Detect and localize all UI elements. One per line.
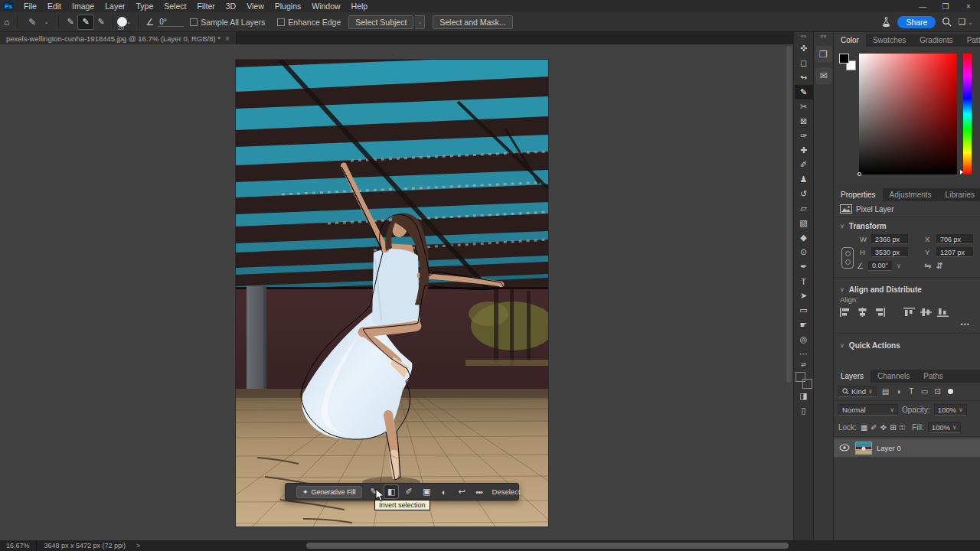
sample-all-layers-checkbox[interactable]: Sample All Layers: [190, 18, 265, 27]
lock-pixels-icon[interactable]: ✐: [871, 423, 877, 432]
expand-panels-icon[interactable]: «»: [821, 32, 827, 41]
canvas-image[interactable]: [236, 60, 548, 527]
menu-item[interactable]: Select: [158, 1, 191, 11]
lock-position-icon[interactable]: ✜: [880, 423, 887, 432]
y-input[interactable]: 1207 px: [936, 247, 973, 257]
deselect-button[interactable]: Deselect: [492, 487, 521, 496]
eyedropper-tool[interactable]: ✑: [795, 129, 813, 143]
more-align-options-icon[interactable]: •••: [834, 321, 980, 330]
select-subject-button[interactable]: Select Subject: [348, 15, 413, 29]
enhance-edge-checkbox[interactable]: Enhance Edge: [277, 18, 341, 27]
gradient-tool[interactable]: ▧: [795, 216, 813, 230]
dodge-tool[interactable]: ⊙: [795, 245, 813, 259]
menu-item[interactable]: File: [18, 1, 42, 11]
tab-swatches[interactable]: Swatches: [866, 34, 913, 47]
history-panel-icon[interactable]: ❐: [815, 46, 832, 63]
brush-tool[interactable]: ✐: [795, 158, 813, 172]
quick-actions-header[interactable]: ∨ Quick Actions: [834, 337, 980, 351]
tab-patterns[interactable]: Patterns: [960, 34, 980, 47]
tab-paths[interactable]: Paths: [916, 370, 950, 383]
horizontal-scrollbar[interactable]: [306, 543, 789, 549]
layer-visibility-eye-icon[interactable]: [838, 444, 851, 452]
search-icon[interactable]: [942, 17, 952, 27]
collapse-toolbar-icon[interactable]: «»: [801, 32, 807, 41]
tab-color[interactable]: Color: [834, 34, 866, 47]
link-dimensions-icon[interactable]: [841, 247, 854, 269]
filter-type-icon[interactable]: T: [906, 386, 917, 397]
flip-horizontal-icon[interactable]: ⇋: [924, 261, 931, 271]
invert-selection-icon[interactable]: ◧: [384, 485, 398, 498]
tab-libraries[interactable]: Libraries: [939, 188, 980, 201]
filter-toggle-icon[interactable]: [948, 389, 953, 394]
align-bottom-icon[interactable]: [937, 308, 949, 317]
select-subject-dropdown[interactable]: ⌄: [415, 15, 425, 29]
zoom-tool[interactable]: ◎: [795, 332, 813, 347]
fill-dropdown[interactable]: 100% ∨: [928, 422, 961, 433]
foreground-background-swatches[interactable]: [795, 372, 812, 389]
menu-item[interactable]: Help: [346, 1, 374, 11]
crop-tool[interactable]: ✂: [795, 99, 813, 114]
lock-artboard-icon[interactable]: ⊞: [890, 423, 896, 432]
add-to-selection-button[interactable]: ✎: [78, 15, 93, 29]
pen-tool[interactable]: ✒: [795, 259, 813, 274]
align-top-icon[interactable]: [903, 308, 915, 317]
select-and-mask-button[interactable]: Select and Mask...: [433, 15, 512, 29]
blend-mode-dropdown[interactable]: Normal ∨: [838, 404, 898, 416]
brush-angle-input[interactable]: 0°: [158, 18, 184, 27]
object-selection-tool[interactable]: ✎: [795, 85, 813, 99]
hue-slider[interactable]: [963, 54, 972, 174]
workspace-switcher-icon[interactable]: ❏⌄: [958, 17, 975, 27]
path-selection-tool[interactable]: ➤: [795, 289, 813, 303]
move-tool[interactable]: ✜: [795, 41, 813, 56]
opacity-dropdown[interactable]: 100% ∨: [934, 404, 967, 416]
blur-tool[interactable]: ◆: [795, 230, 813, 245]
menu-item[interactable]: Filter: [191, 1, 220, 11]
hand-tool[interactable]: ☛: [795, 318, 813, 332]
align-right-icon[interactable]: [874, 308, 885, 317]
x-input[interactable]: 706 px: [936, 234, 973, 244]
canvas-pasteboard[interactable]: ✦ Generative Fill ✎◧✐▣◐↩••• Deselect Inv…: [0, 44, 793, 540]
lock-transparency-icon[interactable]: ▦: [861, 423, 867, 432]
menu-item[interactable]: View: [241, 1, 270, 11]
align-center-vertical-icon[interactable]: [920, 308, 932, 317]
filter-adjustment-icon[interactable]: ◑: [893, 386, 904, 397]
minimize-icon[interactable]: —: [911, 0, 934, 12]
filter-kind-dropdown[interactable]: Kind ∨: [838, 386, 877, 397]
generative-fill-button[interactable]: ✦ Generative Fill: [296, 486, 362, 498]
lock-all-icon[interactable]: ⚿: [900, 423, 906, 432]
refine-selection-icon[interactable]: ✐: [402, 485, 416, 498]
tab-gradients[interactable]: Gradients: [913, 34, 959, 47]
history-brush-tool[interactable]: ↺: [795, 187, 813, 201]
align-center-horizontal-icon[interactable]: [857, 308, 868, 317]
layer-row[interactable]: Layer 0: [834, 439, 980, 457]
filter-pixel-icon[interactable]: ▤: [880, 386, 891, 397]
menu-item[interactable]: Edit: [42, 1, 67, 11]
more-options-icon[interactable]: •••: [472, 485, 486, 498]
menu-item[interactable]: Window: [306, 1, 345, 11]
filter-smart-object-icon[interactable]: ⊡: [932, 386, 943, 397]
align-left-icon[interactable]: [840, 308, 851, 317]
tab-properties[interactable]: Properties: [834, 188, 883, 201]
tab-adjustments[interactable]: Adjustments: [883, 188, 939, 201]
transform-section-header[interactable]: ∨ Transform: [834, 217, 980, 232]
hue-marker[interactable]: [960, 170, 963, 174]
marquee-tool[interactable]: ◻: [795, 56, 813, 70]
close-icon[interactable]: ×: [957, 0, 980, 12]
tab-layers[interactable]: Layers: [834, 370, 871, 383]
height-input[interactable]: 3530 px: [871, 247, 908, 257]
foreground-color-swatch[interactable]: [839, 54, 849, 64]
flip-vertical-icon[interactable]: ⇵: [936, 261, 942, 271]
swap-colors-icon[interactable]: ⇄: [801, 361, 806, 369]
create-adjustment-icon[interactable]: ◐: [437, 485, 451, 498]
create-mask-icon[interactable]: ▣: [420, 485, 433, 498]
chevron-down-icon[interactable]: ∨: [897, 262, 901, 269]
saturation-brightness-field[interactable]: [859, 54, 957, 174]
type-tool[interactable]: T: [795, 274, 813, 289]
menu-item[interactable]: Type: [130, 1, 158, 11]
tool-preset-picker[interactable]: ✎ ⌄: [21, 17, 54, 28]
new-selection-button[interactable]: ✎: [63, 15, 78, 29]
screen-mode-button[interactable]: ▯: [795, 403, 813, 418]
home-icon[interactable]: ⌂: [0, 17, 13, 28]
rotation-input[interactable]: 0.00°: [868, 261, 892, 271]
healing-brush-tool[interactable]: ✚: [795, 143, 813, 158]
